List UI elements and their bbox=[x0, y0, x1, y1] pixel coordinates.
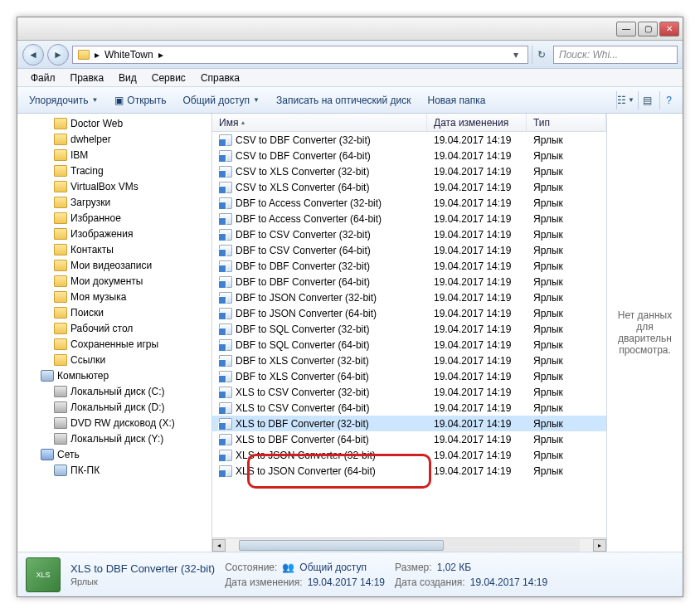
new-folder-button[interactable]: Новая папка bbox=[421, 91, 493, 109]
folder-icon bbox=[78, 50, 90, 60]
tree-item[interactable]: Изображения bbox=[17, 226, 211, 241]
view-options-button[interactable]: ☷▼ bbox=[616, 91, 634, 109]
tree-item[interactable]: Мои видеозаписи bbox=[17, 257, 211, 273]
tree-label: Локальный диск (D:) bbox=[70, 401, 165, 413]
tree-item[interactable]: VirtualBox VMs bbox=[17, 178, 211, 194]
menu-edit[interactable]: Правка bbox=[64, 71, 111, 85]
tree-item[interactable]: Doctor Web bbox=[17, 115, 211, 131]
file-row[interactable]: CSV to XLS Converter (32-bit)19.04.2017 … bbox=[212, 163, 606, 179]
file-row[interactable]: DBF to XLS Converter (32-bit)19.04.2017 … bbox=[212, 353, 606, 368]
file-row[interactable]: XLS to JSON Converter (64-bit)19.04.2017… bbox=[212, 463, 606, 479]
file-row[interactable]: DBF to CSV Converter (32-bit)19.04.2017 … bbox=[212, 226, 606, 242]
file-row[interactable]: CSV to DBF Converter (32-bit)19.04.2017 … bbox=[212, 132, 606, 148]
shortcut-icon bbox=[219, 387, 232, 398]
details-mod-label: Дата изменения: bbox=[225, 577, 303, 588]
file-row[interactable]: CSV to XLS Converter (64-bit)19.04.2017 … bbox=[212, 179, 606, 195]
organize-button[interactable]: Упорядочить ▼ bbox=[22, 91, 105, 109]
file-row[interactable]: DBF to DBF Converter (64-bit)19.04.2017 … bbox=[212, 274, 606, 289]
tree-item[interactable]: Мои документы bbox=[17, 273, 211, 289]
tree-item[interactable]: Компьютер bbox=[17, 367, 211, 383]
file-date: 19.04.2017 14:19 bbox=[427, 229, 527, 241]
tree-item[interactable]: Сохраненные игры bbox=[17, 336, 211, 352]
file-type: Ярлык bbox=[527, 166, 606, 178]
file-row[interactable]: XLS to DBF Converter (32-bit)19.04.2017 … bbox=[212, 416, 606, 431]
file-row[interactable]: DBF to DBF Converter (32-bit)19.04.2017 … bbox=[212, 258, 606, 274]
details-pane: XLS XLS to DBF Converter (32-bit) Ярлык … bbox=[17, 552, 683, 596]
column-type[interactable]: Тип bbox=[527, 114, 606, 131]
file-rows[interactable]: CSV to DBF Converter (32-bit)19.04.2017 … bbox=[212, 132, 606, 538]
tree-item[interactable]: Контакты bbox=[17, 241, 211, 257]
tree-item[interactable]: Рабочий стол bbox=[17, 320, 211, 336]
tree-item[interactable]: Избранное bbox=[17, 210, 211, 226]
file-date: 19.04.2017 14:19 bbox=[427, 308, 527, 319]
tree-item[interactable]: Сеть bbox=[17, 446, 211, 462]
file-row[interactable]: XLS to CSV Converter (32-bit)19.04.2017 … bbox=[212, 384, 606, 400]
address-bar[interactable]: ▸ WhiteTown ▸ ▾ bbox=[72, 46, 528, 64]
shortcut-icon bbox=[219, 355, 232, 367]
tree-item[interactable]: Ссылки bbox=[17, 352, 211, 367]
tree-item[interactable]: Локальный диск (Y:) bbox=[17, 431, 211, 446]
file-name: XLS to CSV Converter (64-bit) bbox=[236, 402, 369, 414]
menu-file[interactable]: Файл bbox=[24, 71, 62, 85]
tree-item[interactable]: Загрузки bbox=[17, 194, 211, 210]
burn-button[interactable]: Записать на оптический диск bbox=[270, 91, 418, 109]
folder-icon bbox=[54, 228, 67, 240]
file-row[interactable]: CSV to DBF Converter (64-bit)19.04.2017 … bbox=[212, 148, 606, 163]
scroll-right-button[interactable]: ▸ bbox=[593, 539, 606, 552]
file-row[interactable]: DBF to SQL Converter (64-bit)19.04.2017 … bbox=[212, 337, 606, 353]
menu-help[interactable]: Справка bbox=[194, 71, 246, 85]
file-name: DBF to Access Converter (64-bit) bbox=[236, 213, 382, 225]
address-dropdown-icon[interactable]: ▾ bbox=[509, 49, 523, 61]
shortcut-icon bbox=[219, 182, 232, 193]
menu-view[interactable]: Вид bbox=[112, 71, 143, 85]
tree-item[interactable]: Поиски bbox=[17, 304, 211, 320]
search-box[interactable]: Поиск: Whi... bbox=[553, 46, 678, 64]
shortcut-icon bbox=[219, 292, 232, 304]
shortcut-icon bbox=[219, 465, 232, 477]
refresh-button[interactable]: ↻ bbox=[532, 46, 550, 64]
minimize-button[interactable]: — bbox=[616, 22, 636, 36]
file-row[interactable]: DBF to SQL Converter (32-bit)19.04.2017 … bbox=[212, 321, 606, 337]
file-date: 19.04.2017 14:19 bbox=[427, 418, 527, 430]
file-type: Ярлык bbox=[527, 150, 606, 162]
file-row[interactable]: XLS to DBF Converter (64-bit)19.04.2017 … bbox=[212, 431, 606, 447]
maximize-button[interactable]: ▢ bbox=[638, 22, 658, 36]
file-row[interactable]: DBF to JSON Converter (32-bit)19.04.2017… bbox=[212, 289, 606, 305]
back-button[interactable]: ◄ bbox=[22, 44, 44, 66]
tree-item[interactable]: IBM bbox=[17, 147, 211, 163]
file-row[interactable]: XLS to CSV Converter (64-bit)19.04.2017 … bbox=[212, 400, 606, 416]
scroll-left-button[interactable]: ◂ bbox=[212, 539, 226, 552]
forward-button[interactable]: ► bbox=[47, 44, 69, 66]
help-button[interactable]: ? bbox=[659, 91, 678, 109]
close-button[interactable]: ✕ bbox=[659, 22, 679, 36]
tree-item[interactable]: Локальный диск (C:) bbox=[17, 383, 211, 399]
open-button[interactable]: ▣ Открыть bbox=[108, 91, 173, 109]
tree-item[interactable]: Локальный диск (D:) bbox=[17, 399, 211, 415]
tree-label: Избранное bbox=[70, 212, 121, 224]
tree-item[interactable]: DVD RW дисковод (X:) bbox=[17, 415, 211, 431]
horizontal-scrollbar[interactable]: ◂ ▸ bbox=[212, 538, 606, 552]
file-row[interactable]: DBF to Access Converter (64-bit)19.04.20… bbox=[212, 211, 606, 226]
share-button[interactable]: Общий доступ ▼ bbox=[176, 91, 266, 109]
shortcut-icon bbox=[219, 402, 232, 414]
column-name[interactable]: Имя ▴ bbox=[212, 114, 427, 131]
preview-pane-button[interactable]: ▤ bbox=[638, 91, 656, 109]
file-row[interactable]: DBF to CSV Converter (64-bit)19.04.2017 … bbox=[212, 242, 606, 258]
file-name: DBF to SQL Converter (32-bit) bbox=[236, 324, 370, 335]
navigation-tree[interactable]: Doctor WebdwhelperIBMTracingVirtualBox V… bbox=[17, 114, 212, 552]
file-row[interactable]: DBF to Access Converter (32-bit)19.04.20… bbox=[212, 195, 606, 211]
tree-item[interactable]: Моя музыка bbox=[17, 289, 211, 304]
file-row[interactable]: DBF to JSON Converter (64-bit)19.04.2017… bbox=[212, 305, 606, 321]
tree-item[interactable]: Tracing bbox=[17, 163, 211, 178]
folder-icon bbox=[54, 338, 67, 350]
menu-tools[interactable]: Сервис bbox=[145, 71, 192, 85]
tree-item[interactable]: dwhelper bbox=[17, 131, 211, 147]
column-date[interactable]: Дата изменения bbox=[427, 114, 527, 131]
scroll-thumb[interactable] bbox=[239, 540, 444, 551]
file-date: 19.04.2017 14:19 bbox=[427, 134, 527, 146]
file-row[interactable]: DBF to XLS Converter (64-bit)19.04.2017 … bbox=[212, 368, 606, 384]
file-row[interactable]: XLS to JSON Converter (32-bit)19.04.2017… bbox=[212, 447, 606, 463]
file-type: Ярлык bbox=[527, 182, 606, 193]
file-list-pane: Имя ▴ Дата изменения Тип CSV to DBF Conv… bbox=[212, 114, 606, 552]
tree-item[interactable]: ПК-ПК bbox=[17, 462, 211, 478]
